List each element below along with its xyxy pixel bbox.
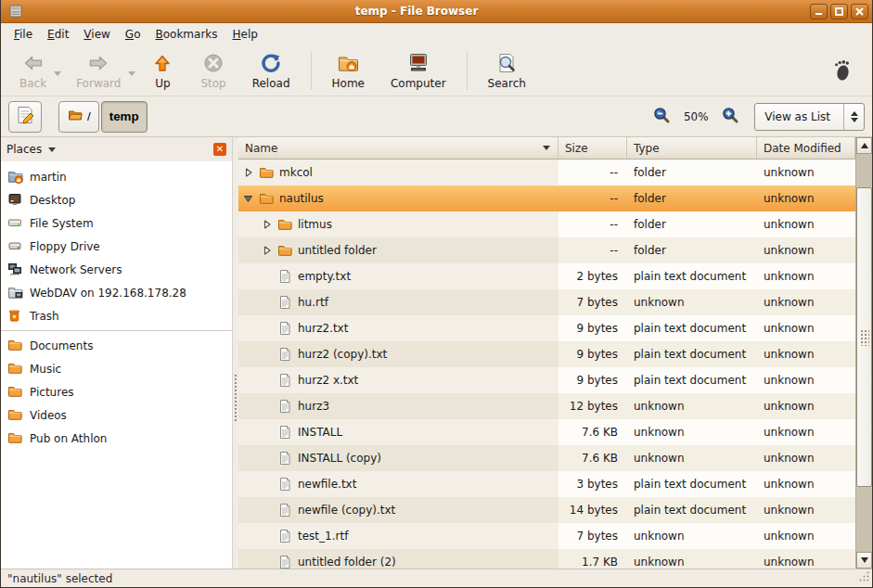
table-row[interactable]: newfile (copy).txt14 bytesplain text doc… (238, 497, 855, 523)
file-date-cell: unknown (757, 160, 855, 185)
file-type-cell: plain text document (627, 497, 757, 523)
expander-expanded-icon[interactable] (242, 194, 254, 203)
table-row[interactable]: hurz312 bytesunknownunknown (238, 393, 855, 419)
file-date-cell: unknown (757, 263, 855, 289)
zoom-in-button[interactable] (719, 104, 741, 129)
file-name: hurz2 (copy).txt (298, 348, 387, 361)
titlebar[interactable]: temp - File Browser (1, 0, 872, 23)
file-type-cell: folder (627, 237, 757, 263)
sidebar-item-file-system[interactable]: File System (1, 211, 232, 235)
scroll-down-button[interactable] (856, 552, 872, 569)
menu-item-go[interactable]: Go (118, 25, 148, 44)
file-size-cell: 9 bytes (558, 315, 627, 341)
sidebar-item-webdav-on-192-168-178-28[interactable]: WebDAV on 192.168.178.28 (1, 281, 232, 304)
table-row[interactable]: hurz2 x.txt9 bytesplain text documentunk… (238, 367, 855, 393)
column-header-label: Size (565, 142, 588, 155)
forward-dropdown-icon[interactable] (128, 64, 135, 76)
file-name-cell: hurz3 (238, 393, 558, 419)
file-name: test_1.rtf (298, 530, 348, 543)
user-home-icon (7, 169, 23, 185)
sidebar-header[interactable]: Places ✕ (1, 137, 232, 161)
zoom-out-button[interactable] (650, 104, 673, 129)
forward-icon (86, 51, 110, 75)
toolbar-button-home[interactable]: Home (323, 47, 374, 94)
spinner-arrows-icon (843, 104, 864, 130)
view-mode-select[interactable]: View as List (754, 103, 865, 131)
expander-collapsed-icon[interactable] (261, 246, 273, 255)
file-type-cell: plain text document (627, 315, 757, 341)
file-date-cell: unknown (757, 471, 855, 497)
back-dropdown-icon[interactable] (54, 64, 61, 76)
table-row[interactable]: mkcol--folderunknown (238, 160, 855, 185)
scrollbar-thumb[interactable] (856, 187, 872, 487)
sidebar-item-martin[interactable]: martin (1, 165, 232, 188)
toolbar-separator (467, 51, 468, 90)
table-row[interactable]: untitled folder (2)1.7 KBunknownunknown (238, 549, 855, 569)
toolbar-button-search[interactable]: Search (479, 47, 535, 94)
table-row[interactable]: INSTALL (copy)7.6 KBunknownunknown (238, 445, 855, 471)
sidebar-item-floppy-drive[interactable]: Floppy Drive (1, 235, 232, 258)
table-row[interactable]: INSTALL7.6 KBunknownunknown (238, 419, 855, 445)
file-size-cell: 7.6 KB (558, 445, 627, 471)
sidebar-item-desktop[interactable]: Desktop (1, 188, 232, 211)
sidebar-close-button[interactable]: ✕ (213, 143, 226, 156)
folder-icon (7, 407, 23, 423)
sidebar-item-pictures[interactable]: Pictures (1, 380, 232, 403)
sidebar-item-music[interactable]: Music (1, 357, 232, 380)
table-row[interactable]: nautilus--folderunknown (238, 185, 855, 211)
table-row[interactable]: empty.txt2 bytesplain text documentunkno… (238, 263, 855, 289)
toolbar-button-label: Stop (200, 77, 225, 90)
vertical-scrollbar[interactable] (855, 137, 872, 569)
expander-collapsed-icon[interactable] (261, 220, 273, 229)
file-size-cell: -- (558, 160, 627, 185)
sidebar-item-pub-on-athlon[interactable]: Pub on Athlon (1, 427, 232, 450)
window-title: temp - File Browser (27, 5, 806, 18)
toolbar-button-computer[interactable]: Computer (381, 47, 456, 94)
toolbar-button-reload[interactable]: Reload (243, 47, 300, 94)
minimize-button[interactable] (810, 4, 828, 19)
table-row[interactable]: hu.rtf7 bytesunknownunknown (238, 289, 855, 315)
table-row[interactable]: litmus--folderunknown (238, 211, 855, 237)
toolbar-button-up[interactable]: Up (141, 47, 184, 94)
table-row[interactable]: hurz2.txt9 bytesplain text documentunkno… (238, 315, 855, 341)
edit-location-icon (15, 105, 35, 128)
file-size-cell: -- (558, 237, 627, 263)
table-row[interactable]: newfile.txt3 bytesplain text documentunk… (238, 471, 855, 497)
column-header-name[interactable]: Name (238, 137, 558, 159)
file-name-cell: hurz2.txt (238, 315, 558, 341)
table-row[interactable]: test_1.rtf7 bytesunknownunknown (238, 523, 855, 549)
menu-item-file[interactable]: File (6, 25, 40, 44)
sidebar-item-network-servers[interactable]: Network Servers (1, 258, 232, 281)
maximize-button[interactable] (830, 4, 848, 19)
sidebar-item-label: WebDAV on 192.168.178.28 (30, 287, 186, 300)
menu-item-bookmarks[interactable]: Bookmarks (148, 25, 225, 44)
path-button-root[interactable]: / (58, 101, 99, 133)
expander-collapsed-icon[interactable] (242, 168, 254, 177)
folder-icon (277, 243, 293, 259)
list-column-headers: NameSizeTypeDate Modified (238, 137, 855, 160)
menu-item-view[interactable]: View (76, 25, 117, 44)
path-button-temp[interactable]: temp (101, 101, 148, 133)
file-name: hurz2 x.txt (298, 374, 358, 387)
file-name-cell: mkcol (238, 160, 558, 185)
column-header-date-modified[interactable]: Date Modified (757, 137, 855, 159)
menu-item-help[interactable]: Help (225, 25, 265, 44)
sidebar-item-videos[interactable]: Videos (1, 403, 232, 427)
file-name: INSTALL (copy) (298, 452, 381, 465)
column-header-type[interactable]: Type (627, 137, 757, 159)
file-size-cell: 12 bytes (558, 393, 627, 419)
folder-icon (7, 338, 23, 353)
table-row[interactable]: hurz2 (copy).txt9 bytesplain text docume… (238, 341, 855, 367)
sidebar-item-trash[interactable]: Trash (1, 304, 232, 327)
resize-grip-icon[interactable] (858, 570, 870, 585)
toggle-location-entry-button[interactable] (8, 101, 42, 133)
file-type-cell: unknown (627, 549, 757, 569)
sidebar-item-documents[interactable]: Documents (1, 334, 232, 357)
table-row[interactable]: untitled folder--folderunknown (238, 237, 855, 263)
places-list: martin Desktop File System Floppy Drive … (1, 161, 232, 450)
menu-item-edit[interactable]: Edit (40, 25, 76, 44)
scroll-up-button[interactable] (856, 137, 872, 154)
column-header-size[interactable]: Size (558, 137, 627, 159)
close-button[interactable] (851, 4, 868, 19)
pane-resize-handle[interactable] (233, 137, 238, 569)
